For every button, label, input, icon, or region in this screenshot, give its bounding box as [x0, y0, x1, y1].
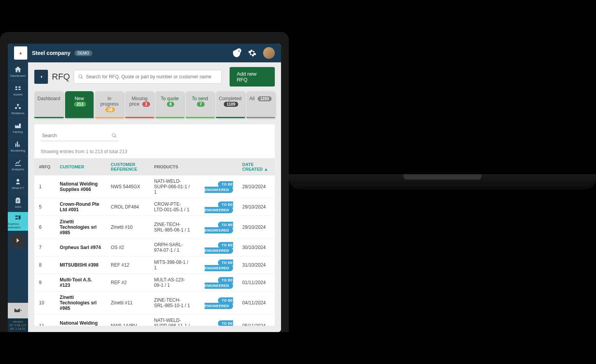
content-card: Showing entries from 1 to 213 of total 2…: [34, 124, 275, 326]
table-row[interactable]: 6Zinetti Technologies srl #985Zinetti #1…: [34, 216, 275, 239]
sidebar-label: Relations: [11, 111, 24, 115]
main-search[interactable]: [74, 70, 222, 84]
tab-completed[interactable]: Completed 1109: [216, 91, 245, 118]
cell-date: 29/10/2024: [238, 198, 275, 216]
svg-point-3: [17, 179, 19, 182]
notification-count: 1: [237, 48, 241, 53]
sidebar-item-express-estimator[interactable]: Express estimator: [8, 212, 28, 231]
tab-count: 1109: [224, 102, 238, 107]
company-name: Steel company: [32, 50, 71, 56]
sidebar-item-factory[interactable]: Factory: [8, 118, 28, 137]
cell-customer: National Welding Supplies #066: [55, 175, 106, 198]
table-row[interactable]: 11National Welding Supplies #066NWS 144B…: [34, 315, 275, 326]
tab-label: To send: [192, 96, 208, 101]
notifications-icon[interactable]: 1: [231, 48, 242, 58]
col-customer[interactable]: CUSTOMER: [55, 158, 106, 175]
sidebar-item-jobs[interactable]: Jobs: [8, 193, 28, 212]
sidebar-label: Dashboard: [10, 74, 25, 78]
sidebar-collapse[interactable]: [11, 234, 25, 248]
sidebar-item-monitoring[interactable]: Monitoring: [8, 137, 28, 156]
status-badge: TO BE ENGINEERED: [205, 181, 233, 193]
tab-label: All: [249, 96, 255, 101]
back-button[interactable]: [34, 70, 48, 84]
cell-customer: Crown-Round Pte Ltd #001: [55, 198, 106, 216]
col-reference[interactable]: CUSTOMER REFERENCE: [106, 158, 149, 175]
status-badge: TO BE ENGINEERED: [205, 222, 233, 233]
tab-dashboard[interactable]: Dashboard: [34, 91, 64, 118]
table-search-input[interactable]: [41, 131, 118, 141]
home-icon: [14, 65, 22, 73]
cell-date: 30/10/2024: [238, 239, 275, 256]
sidebar-item-analytics[interactable]: Analytics: [8, 156, 28, 175]
cell-rfq: 8: [34, 256, 55, 274]
version-ee: EE 1.16.01: [8, 327, 28, 330]
sidebar-item-whatif[interactable]: What if ?: [8, 175, 28, 193]
cell-product: ZINE-TECH-SRL-985-06-1 / 1: [149, 216, 195, 239]
sidebar-label: Monitoring: [11, 149, 25, 152]
col-products[interactable]: PRODUCTS: [149, 158, 195, 175]
tab-label: Completed: [219, 96, 242, 101]
cell-customer: Zinetti Technologies srl #985: [55, 292, 106, 315]
tab-all[interactable]: All 1203: [246, 91, 275, 118]
table-row[interactable]: 5Crown-Round Pte Ltd #001CROL DF484CROW-…: [34, 198, 275, 216]
page-header: RFQ Add new RFQ: [28, 62, 281, 91]
cell-reference: Zinetti #11: [106, 292, 149, 315]
table-row[interactable]: 7Orpheus Sarl #974OS #2ORPH-SARL-974-07-…: [34, 239, 275, 256]
tab-new[interactable]: New 213: [65, 91, 94, 118]
cell-reference: REF #12: [106, 256, 149, 274]
sidebar-version: Version ZF 2.08.171 EE 1.16.01: [8, 318, 28, 332]
tab-count: 1203: [258, 96, 272, 101]
sidebar-label: Jobs: [15, 205, 21, 209]
sidebar-mail[interactable]: [8, 303, 28, 318]
tab-to-quote[interactable]: To quote 8: [156, 91, 184, 118]
chevron-left-icon: [39, 74, 44, 80]
tabs: Dashboard New 213 In progress 18 Missing…: [28, 91, 281, 118]
factory-icon: [14, 122, 22, 129]
sidebar-label: Analytics: [12, 168, 24, 171]
sidebar-item-assets[interactable]: Assets: [8, 81, 28, 100]
cell-date: 01/11/2024: [238, 274, 275, 292]
settings-icon[interactable]: [247, 48, 258, 58]
col-date[interactable]: DATE CREATED ▲: [238, 158, 275, 175]
sidebar-label: What if ?: [12, 186, 24, 190]
table-row[interactable]: 10Zinetti Technologies srl #985Zinetti #…: [34, 292, 275, 315]
svg-point-0: [17, 104, 19, 106]
relations-icon: [14, 103, 22, 111]
tab-count: 3: [142, 102, 150, 107]
sidebar-label: Assets: [13, 93, 23, 96]
status-badge: TO BE ENGINEERED: [205, 320, 233, 326]
sidebar-item-dashboard[interactable]: Dashboard: [8, 62, 28, 81]
cell-rfq: 5: [34, 198, 55, 216]
table-row[interactable]: 8MITSUBISHI #398REF #12MITS-398-08-1 / 1…: [34, 256, 275, 274]
mail-send-icon: [13, 306, 23, 315]
tab-missing-price[interactable]: Missing price 3: [125, 91, 154, 118]
sidebar: Dashboard Assets Relations Factory Monit…: [8, 62, 28, 332]
col-rfq[interactable]: #RFQ: [34, 158, 55, 175]
cell-date: 28/10/2024: [238, 175, 275, 198]
cell-product: NATI-WELD-SUPP-066-01-1 / 1: [149, 175, 195, 198]
add-rfq-button[interactable]: Add new RFQ: [230, 67, 274, 87]
cell-reference: NWS 144BV: [106, 315, 149, 326]
sidebar-item-relations[interactable]: Relations: [8, 100, 28, 118]
tab-label: Dashboard: [37, 96, 60, 101]
entries-info: Showing entries from 1 to 213 of total 2…: [34, 147, 275, 158]
search-input[interactable]: [86, 74, 218, 80]
search-icon: [78, 74, 83, 80]
tab-to-send[interactable]: To send 7: [186, 91, 214, 118]
search-icon: [111, 133, 117, 138]
tab-label: To quote: [161, 96, 179, 101]
user-avatar[interactable]: [263, 47, 275, 59]
cell-customer: National Welding Supplies #066: [55, 315, 106, 326]
cell-date: 31/10/2024: [238, 256, 275, 274]
tab-in-progress[interactable]: In progress 18: [95, 91, 124, 118]
cell-product: NATI-WELD-SUPP-066-11-1 / 1: [149, 315, 195, 326]
cell-date: 05/11/2024: [238, 315, 275, 326]
jobs-icon: [14, 196, 22, 204]
tab-label: New: [74, 96, 84, 101]
cell-customer: Zinetti Technologies srl #985: [55, 216, 106, 239]
table-row[interactable]: 1National Welding Supplies #066NWS 5445G…: [34, 175, 275, 198]
rfq-table: #RFQ CUSTOMER CUSTOMER REFERENCE PRODUCT…: [34, 158, 275, 326]
table-row[interactable]: 9Multi-Tool A.S. #123REF #2MULT-AS-123-0…: [34, 274, 275, 292]
cell-reference: NWS 5445GX: [106, 175, 149, 198]
cell-reference: Zinetti #10: [106, 216, 149, 239]
